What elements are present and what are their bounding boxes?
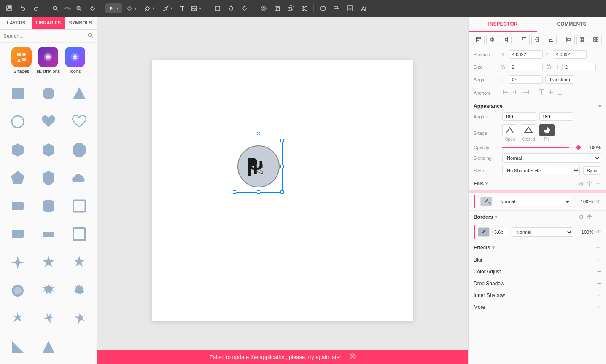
tab-layers[interactable]: LAYERS <box>0 17 32 29</box>
fills-add-icon[interactable]: ＋ <box>595 180 601 187</box>
borders-add-icon[interactable]: ＋ <box>595 213 601 221</box>
shape-pie-btn[interactable] <box>539 124 555 136</box>
shape-heart[interactable] <box>34 110 62 134</box>
library-item-shapes[interactable]: Shapes <box>11 47 32 74</box>
library-item-icons[interactable]: Icons <box>65 47 85 74</box>
shape-pentagon[interactable] <box>3 166 32 190</box>
effect-drop-shadow-add[interactable]: + <box>597 280 601 287</box>
search-input[interactable] <box>3 33 86 39</box>
align-center-h[interactable] <box>486 35 498 45</box>
shape-opt-closed[interactable]: Closed <box>521 124 536 142</box>
fills-chevron[interactable]: ▾ <box>485 181 488 187</box>
shape-complex2[interactable] <box>34 307 62 330</box>
shape-circle-outline[interactable] <box>3 110 32 134</box>
shape-starburst3[interactable] <box>65 279 93 302</box>
style-select[interactable]: No Shared Style <box>502 166 580 175</box>
shape-cloud[interactable] <box>65 166 93 190</box>
align-bottom-edges[interactable] <box>545 35 557 45</box>
shape-starburst1[interactable] <box>3 279 32 302</box>
shape-rect-outline[interactable] <box>65 194 93 218</box>
effect-blur-add[interactable]: + <box>597 256 601 264</box>
library-item-illustrations[interactable]: Illustrations <box>37 47 60 74</box>
shape-opt-pie[interactable]: Pie <box>539 124 555 142</box>
text-button[interactable]: T <box>178 3 187 13</box>
component-button[interactable] <box>317 3 329 13</box>
rotate-left-button[interactable] <box>225 3 237 13</box>
fill-visibility-btn[interactable]: 👁 <box>596 198 601 204</box>
shape-rect3[interactable] <box>34 222 62 246</box>
shape-triangle[interactable] <box>65 82 93 105</box>
tab-symbols[interactable]: SYMBOLS <box>65 17 97 29</box>
tab-inspector[interactable]: INSPECTOR <box>469 17 537 32</box>
rotate-right-button[interactable] <box>239 3 250 13</box>
borders-settings-icon[interactable]: ⚙ <box>579 214 584 220</box>
anchor-right[interactable] <box>522 88 530 97</box>
pen-button[interactable]: ▼ <box>142 3 158 13</box>
h-input[interactable] <box>562 63 596 71</box>
image-button[interactable]: ▼ <box>188 3 205 13</box>
transform-button[interactable]: Transform <box>545 75 574 84</box>
border-mode-select[interactable]: Normal <box>512 228 573 237</box>
opacity-slider[interactable] <box>502 147 581 148</box>
border-size-input[interactable] <box>492 228 509 236</box>
shape-complex3[interactable] <box>65 307 93 330</box>
align-top-edges[interactable] <box>518 35 530 45</box>
shape-pentagon-round[interactable] <box>34 138 62 162</box>
blending-select[interactable]: Normal <box>502 153 601 163</box>
shape-star4[interactable] <box>3 251 32 274</box>
fills-settings-icon[interactable]: ⚙ <box>579 180 584 187</box>
borders-delete-icon[interactable]: 🗑 <box>587 214 593 220</box>
shape-starburst2[interactable] <box>34 279 62 302</box>
save-button[interactable] <box>3 3 15 13</box>
shape-right-triangle[interactable] <box>3 335 32 359</box>
zoom-in-button[interactable] <box>73 3 85 13</box>
angle2-input[interactable] <box>539 112 573 121</box>
canvas-area[interactable]: Ψ Failed to update the application, plea… <box>97 17 468 364</box>
angle-input[interactable] <box>509 75 543 84</box>
export-button[interactable] <box>344 3 356 13</box>
tab-libraries[interactable]: LIBRARIES <box>32 17 64 29</box>
shape-shield[interactable] <box>34 166 62 190</box>
anchor-left[interactable] <box>501 88 510 97</box>
shape-octagon[interactable] <box>65 138 93 162</box>
shape-star6[interactable] <box>65 251 93 274</box>
x-input[interactable] <box>509 50 543 59</box>
shape-closed-btn[interactable] <box>521 124 536 136</box>
cursor-button[interactable]: ▼ <box>105 3 122 13</box>
align-grid[interactable] <box>590 35 602 45</box>
borders-chevron[interactable]: ▾ <box>495 214 497 220</box>
fills-delete-icon[interactable]: 🗑 <box>587 180 593 187</box>
anchor-bottom[interactable] <box>556 88 564 98</box>
border-visibility-btn[interactable]: 👁 <box>596 229 601 235</box>
pencil-button[interactable]: ▼ <box>160 3 176 13</box>
prototype-button[interactable] <box>331 3 342 13</box>
effect-color-adjust-add[interactable]: + <box>597 268 601 276</box>
border-color-swatch[interactable] <box>478 228 490 237</box>
shape-button[interactable]: ▼ <box>124 3 140 13</box>
distribute-v[interactable] <box>576 35 588 45</box>
shape-open-btn[interactable] <box>502 124 517 136</box>
fill-mode-select[interactable]: Normal <box>496 197 571 206</box>
shape-circle[interactable] <box>34 82 62 105</box>
distribute-h[interactable] <box>563 35 575 45</box>
anchor-top[interactable] <box>538 88 545 98</box>
transform-button[interactable] <box>285 3 296 13</box>
boolean-union-button[interactable] <box>258 3 269 13</box>
search-icon[interactable] <box>87 32 93 40</box>
appearance-chevron[interactable]: ▾ <box>598 103 601 109</box>
shape-square[interactable] <box>3 82 32 105</box>
sync-button[interactable]: Sync <box>583 166 601 175</box>
wh-link-icon[interactable] <box>545 63 552 71</box>
shape-triangle2[interactable] <box>34 335 62 359</box>
anchor-middle[interactable] <box>547 88 555 98</box>
align-left-edges[interactable] <box>473 35 485 45</box>
boolean-subtract-button[interactable] <box>271 3 283 13</box>
scissors-button[interactable] <box>298 3 310 13</box>
redo-button[interactable] <box>30 3 42 13</box>
more-button[interactable] <box>358 3 369 13</box>
fill-color-swatch[interactable] <box>480 197 492 206</box>
undo-button[interactable] <box>17 3 29 13</box>
shape-hexagon[interactable] <box>3 138 32 162</box>
align-center-v[interactable] <box>531 35 543 45</box>
shape-complex1[interactable] <box>3 307 32 330</box>
